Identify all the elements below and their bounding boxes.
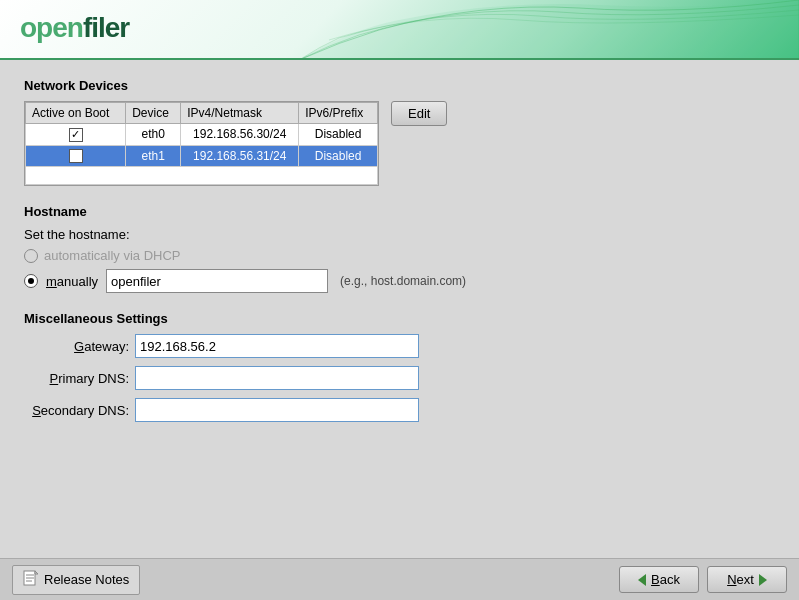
gateway-label: Gateway: [24,339,129,354]
next-button[interactable]: Next [707,566,787,593]
hostname-input[interactable] [106,269,328,293]
active-boot-checkbox-eth1[interactable] [69,149,83,163]
network-devices-section: Network Devices Active on Boot Device IP… [24,78,775,186]
manually-radio[interactable] [24,274,38,288]
gateway-input[interactable] [135,334,419,358]
device-eth1: eth1 [126,145,181,167]
main-content: Network Devices Active on Boot Device IP… [0,60,799,458]
misc-settings-section: Miscellaneous Settings Gateway: Primary … [24,311,775,422]
header-decoration [299,0,799,60]
ipv6-eth0: Disabled [299,124,378,146]
logo: openfiler [20,12,129,44]
header: openfiler [0,0,799,60]
hostname-hint: (e.g., host.domain.com) [340,274,466,288]
release-notes-label: Release Notes [44,572,129,587]
ipv4-eth0: 192.168.56.30/24 [181,124,299,146]
table-empty-row [26,167,378,185]
next-label: Next [727,572,754,587]
edit-button[interactable]: Edit [391,101,447,126]
svg-marker-1 [35,571,38,574]
release-notes-button[interactable]: Release Notes [12,565,140,595]
network-table: Active on Boot Device IPv4/Netmask IPv6/… [24,101,379,186]
col-active-on-boot: Active on Boot [26,103,126,124]
auto-dhcp-radio[interactable] [24,249,38,263]
network-devices-title: Network Devices [24,78,775,93]
col-device: Device [126,103,181,124]
secondary-dns-input[interactable] [135,398,419,422]
misc-settings-title: Miscellaneous Settings [24,311,775,326]
nav-buttons: Back Next [619,566,787,593]
set-hostname-label: Set the hostname: [24,227,775,242]
next-arrow-icon [759,574,767,586]
bottom-bar: Release Notes Back Next [0,558,799,600]
secondary-dns-label: Secondary DNS: [24,403,129,418]
manually-label: manually [46,274,98,289]
ipv6-eth1: Disabled [299,145,378,167]
col-ipv4: IPv4/Netmask [181,103,299,124]
primary-dns-label: Primary DNS: [24,371,129,386]
back-arrow-icon [638,574,646,586]
ipv4-eth1: 192.168.56.31/24 [181,145,299,167]
hostname-title: Hostname [24,204,775,219]
hostname-section: Hostname Set the hostname: automatically… [24,204,775,293]
table-row[interactable]: eth0 192.168.56.30/24 Disabled [26,124,378,146]
col-ipv6: IPv6/Prefix [299,103,378,124]
device-eth0: eth0 [126,124,181,146]
back-button[interactable]: Back [619,566,699,593]
table-row[interactable]: eth1 192.168.56.31/24 Disabled [26,145,378,167]
document-icon [23,570,39,590]
active-boot-checkbox-eth0[interactable] [69,128,83,142]
primary-dns-input[interactable] [135,366,419,390]
back-label: Back [651,572,680,587]
auto-dhcp-label: automatically via DHCP [44,248,181,263]
